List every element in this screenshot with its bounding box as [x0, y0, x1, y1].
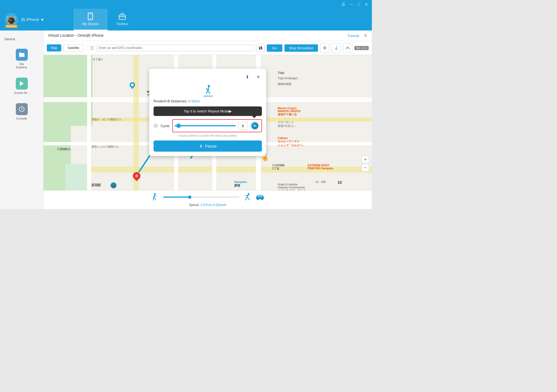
- cycle-slider[interactable]: [175, 125, 236, 126]
- svg-point-5: [10, 20, 11, 21]
- device-selector[interactable]: 的 iPhone ▼: [21, 17, 44, 22]
- walk-speed-icon: [151, 193, 159, 201]
- map-label-ki438: KI・438: [316, 180, 326, 184]
- location-target-btn[interactable]: [320, 43, 329, 53]
- repeat-btn-inner: [251, 122, 258, 129]
- toolbar-divider: [87, 45, 87, 51]
- zoom-in-btn[interactable]: +: [362, 156, 369, 163]
- screen-mirror-icon-container: [16, 78, 28, 90]
- pause-btn[interactable]: ⏸ Pause: [154, 140, 262, 152]
- svg-point-47: [262, 199, 263, 200]
- route-mode-btn[interactable]: [343, 43, 352, 53]
- map-label-10: 10: [338, 180, 342, 185]
- tab-toolbox[interactable]: Toolbox: [108, 9, 137, 30]
- device-section-label: Device: [0, 35, 43, 43]
- hamburger-btn[interactable]: ☰: [340, 2, 347, 7]
- map-pin-a: [130, 82, 135, 90]
- clock-icon: [19, 106, 25, 112]
- route-panel-header: ⬇ ✕: [154, 73, 262, 81]
- coord-input-wrap: [96, 45, 254, 51]
- file-explorer-icon: [16, 49, 28, 61]
- top-nav: 👑 Premium 的 iPhone ▼ My Device: [0, 9, 372, 30]
- mode-tooltip: Tap it to switch Repeat Mode▶: [154, 106, 262, 116]
- map-label-shiroz: 原宿シュロス城西ビル: [91, 145, 119, 149]
- svg-rect-42: [258, 195, 260, 197]
- pause-label: Pause: [205, 144, 217, 148]
- red-border-box: 0: [172, 119, 262, 132]
- close-btn[interactable]: ✕: [363, 2, 370, 7]
- sidebar-item-file-explorer[interactable]: FileExplorer: [2, 45, 41, 72]
- cycle-radio[interactable]: [154, 124, 158, 128]
- run-speed-icon: [244, 193, 251, 201]
- walk-mode-btn[interactable]: [332, 43, 341, 53]
- tutorial-link[interactable]: Tutorial: [347, 34, 359, 38]
- map-type-satellite-btn[interactable]: Satellite: [63, 44, 83, 51]
- go-btn[interactable]: Go: [267, 44, 282, 52]
- map-label-1chome: 1 CHOME1丁目: [272, 164, 285, 171]
- tooltip-container: Tap it to switch Repeat Mode▶: [154, 106, 262, 116]
- car-speed-icon: [256, 194, 264, 200]
- speed-icons-row: [48, 193, 368, 201]
- route-icon: [345, 45, 350, 50]
- cycle-row: Cycle 0: [154, 119, 262, 132]
- svg-marker-11: [20, 81, 24, 86]
- map-label-harajukusta: 原宿駅: [91, 183, 101, 188]
- logo-container: 👑 Premium: [4, 13, 19, 27]
- console-label: Console: [16, 117, 27, 120]
- map-type-map-btn[interactable]: Map: [47, 44, 61, 51]
- map-label-togo: Tōgō: [278, 71, 284, 74]
- speed-label: Speed:: [189, 203, 200, 207]
- svg-point-30: [154, 193, 156, 195]
- target-icon: [322, 45, 327, 50]
- zoom-out-btn[interactable]: −: [362, 164, 369, 171]
- speed-value: 2.67m/s 9.62km/h: [200, 203, 226, 207]
- close-panel-btn[interactable]: ✕: [254, 73, 262, 81]
- stop-simulation-btn[interactable]: Stop Simulation: [284, 44, 318, 52]
- device-dropdown-icon: ▼: [40, 17, 44, 22]
- download-icon-btn[interactable]: ⬇: [243, 73, 251, 81]
- coord-input[interactable]: [99, 46, 252, 50]
- vl-dialog: Virtual Location - Orion的 iPhone Tutoria…: [44, 30, 372, 209]
- dialog-close-btn[interactable]: ✕: [363, 33, 368, 38]
- svg-rect-43: [260, 195, 262, 197]
- repeat-mode-btn[interactable]: [250, 121, 260, 131]
- svg-line-33: [154, 197, 156, 200]
- svg-line-27: [208, 90, 210, 94]
- svg-rect-9: [119, 15, 125, 19]
- svg-marker-20: [131, 87, 134, 89]
- tab-my-device[interactable]: My Device: [74, 9, 108, 30]
- svg-line-32: [153, 197, 154, 200]
- map-label-harajuku: Harajuku原宿: [234, 180, 247, 188]
- save-route-btn[interactable]: [256, 44, 265, 52]
- vl-title: Virtual Location - Orion的 iPhone: [48, 33, 103, 38]
- zoom-controls: + −: [362, 156, 369, 171]
- content-area: Virtual Location - Orion的 iPhone Tutoria…: [44, 30, 372, 209]
- title-bar: ☰ ─ □ ✕: [0, 0, 372, 9]
- distance-value: 0.32km: [188, 99, 200, 103]
- speed-slider-thumb: [188, 195, 191, 199]
- toolbox-icon: [118, 13, 126, 20]
- speed-text: Speed: 2.67m/s 9.62km/h: [48, 203, 368, 207]
- runner-icon-area: [154, 84, 262, 97]
- svg-line-37: [245, 197, 247, 200]
- tab-my-device-label: My Device: [82, 22, 99, 26]
- map-label-ponteyo: 原宿ル・ポンテ義宮ビル: [91, 118, 121, 121]
- sidebar-item-console[interactable]: Console: [2, 100, 41, 123]
- play-icon: [19, 80, 25, 87]
- restore-btn[interactable]: □: [356, 2, 362, 7]
- minimize-btn[interactable]: ─: [348, 2, 354, 7]
- map-label-calbee: Calbee+カルビーアンテナショップ「カルビー...: [278, 137, 304, 147]
- map-label-closet: クローゼット原宿1号店 口...: [278, 120, 296, 128]
- pause-icon: ⏸: [199, 144, 203, 148]
- svg-line-26: [206, 90, 208, 94]
- svg-point-18: [336, 46, 337, 47]
- tab-toolbox-label: Toolbox: [116, 22, 128, 26]
- walk-icon: [334, 45, 339, 50]
- svg-line-39: [246, 195, 249, 196]
- speed-slider-track[interactable]: [163, 197, 239, 198]
- svg-point-24: [208, 85, 210, 87]
- repeat-icon: [253, 124, 257, 128]
- sidebar-item-screen-mirror[interactable]: Screen M...: [2, 74, 41, 98]
- vl-header-right: Tutorial ✕: [347, 33, 368, 38]
- map-container: 竹下通り McDonald'sマクドナルド Baird BeerTaproom …: [44, 55, 372, 209]
